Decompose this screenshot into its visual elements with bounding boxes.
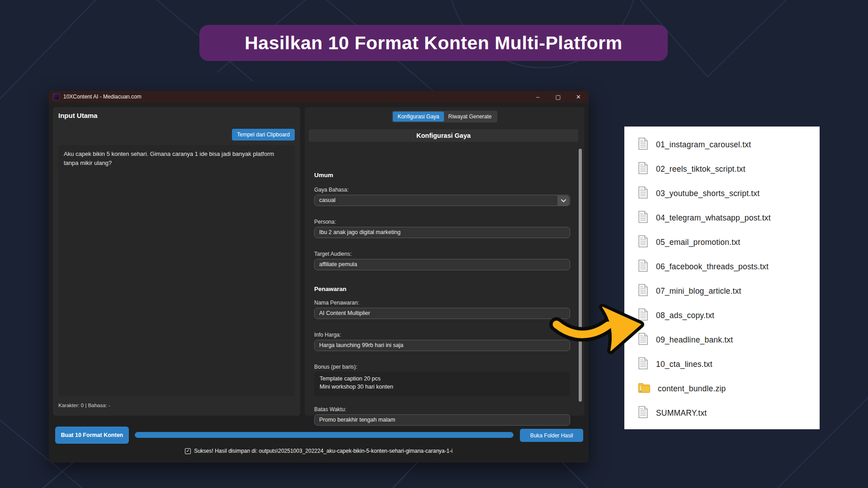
maximize-button[interactable]: ▢: [548, 91, 568, 103]
file-item[interactable]: 03_youtube_shorts_script.txt: [624, 181, 820, 206]
file-name: 08_ads_copy.txt: [656, 311, 714, 320]
file-item[interactable]: 08_ads_copy.txt: [624, 303, 820, 328]
file-item[interactable]: 09_headline_bank.txt: [624, 328, 820, 352]
file-item[interactable]: 07_mini_blog_article.txt: [624, 279, 820, 303]
txt-file-icon: [638, 406, 648, 420]
input-panel: Input Utama Tempel dari Clipboard Aku ca…: [53, 107, 300, 416]
file-name: 06_facebook_threads_posts.txt: [656, 262, 769, 272]
chevron-down-icon[interactable]: [557, 196, 569, 206]
file-item[interactable]: content_bundle.zip: [624, 376, 820, 401]
window-titlebar: 10XContent AI - Mediacuan.com – ▢ ✕: [49, 91, 589, 103]
txt-file-icon: [638, 211, 648, 225]
tab-riwayat-generate[interactable]: Riwayat Generate: [444, 112, 496, 122]
status-row: ✓ Sukses! Hasil disimpan di: outputs\202…: [49, 448, 589, 454]
file-item[interactable]: 06_facebook_threads_posts.txt: [624, 254, 820, 279]
window-controls: – ▢ ✕: [528, 91, 589, 103]
txt-file-icon: [638, 162, 648, 176]
gaya-bahasa-value: casual: [319, 197, 335, 203]
txt-file-icon: [638, 308, 648, 323]
txt-file-icon: [638, 235, 648, 249]
batas-waktu-input[interactable]: Promo berakhir tengah malam: [314, 414, 570, 426]
persona-input[interactable]: Ibu 2 anak jago digital marketing: [314, 227, 570, 238]
file-name: 03_youtube_shorts_script.txt: [656, 189, 760, 198]
window-title: 10XContent AI - Mediacuan.com: [63, 94, 142, 100]
section-penawaran: Penawaran: [314, 286, 346, 292]
headline-banner: Hasilkan 10 Format Konten Multi-Platform: [199, 25, 668, 61]
txt-file-icon: [638, 357, 648, 371]
bonus-label: Bonus (per baris):: [314, 364, 357, 370]
main-idea-textarea[interactable]: Aku capek bikin 5 konten sehari. Gimana …: [58, 145, 295, 396]
batas-waktu-label: Batas Waktu:: [314, 406, 346, 413]
info-harga-label: Info Harga:: [314, 332, 341, 338]
close-button[interactable]: ✕: [568, 91, 589, 103]
file-item[interactable]: 05_email_promotion.txt: [624, 230, 820, 254]
app-icon: [53, 94, 60, 100]
file-item[interactable]: 10_cta_lines.txt: [624, 352, 820, 376]
info-harga-input[interactable]: Harga launching 99rb hari ini saja: [314, 340, 570, 351]
gaya-bahasa-select[interactable]: casual: [314, 195, 570, 206]
txt-file-icon: [638, 186, 648, 201]
generate-button[interactable]: Buat 10 Format Konten: [55, 427, 129, 444]
section-umum: Umum: [314, 172, 333, 178]
txt-file-icon: [638, 333, 648, 347]
app-window: 10XContent AI - Mediacuan.com – ▢ ✕ Inpu…: [49, 91, 589, 463]
config-scrollbar[interactable]: [579, 149, 582, 402]
file-name: 09_headline_bank.txt: [656, 335, 733, 345]
file-name: 01_instagram_carousel.txt: [656, 140, 751, 150]
config-panel-header: Konfigurasi Gaya: [309, 129, 578, 142]
target-audiens-input[interactable]: affiliate pemula: [314, 259, 570, 270]
persona-label: Persona:: [314, 219, 336, 225]
output-files-panel: 01_instagram_carousel.txt02_reels_tiktok…: [624, 127, 820, 429]
file-item[interactable]: 04_telegram_whatsapp_post.txt: [624, 206, 820, 230]
tab-group: Konfigurasi Gaya Riwayat Generate: [392, 111, 497, 122]
headline-title: Hasilkan 10 Format Konten Multi-Platform: [245, 33, 623, 54]
tabs-row: Konfigurasi Gaya Riwayat Generate: [305, 111, 585, 122]
nama-penawaran-label: Nama Penawaran:: [314, 300, 359, 306]
tab-konfigurasi-gaya[interactable]: Konfigurasi Gaya: [393, 112, 443, 122]
file-name: 10_cta_lines.txt: [656, 360, 712, 369]
file-name: SUMMARY.txt: [656, 408, 707, 418]
file-item[interactable]: 02_reels_tiktok_script.txt: [624, 157, 820, 181]
character-language-status: Karakter: 0 | Bahasa: -: [58, 403, 110, 408]
progress-fill: [135, 432, 514, 438]
nama-penawaran-input[interactable]: AI Content Multiplier: [314, 308, 570, 319]
file-name: 02_reels_tiktok_script.txt: [656, 164, 745, 174]
target-audiens-label: Target Audiens:: [314, 251, 352, 257]
progress-bar: [135, 432, 514, 438]
gaya-bahasa-label: Gaya Bahasa:: [314, 187, 349, 193]
paste-from-clipboard-button[interactable]: Tempel dari Clipboard: [232, 129, 295, 141]
file-item[interactable]: 01_instagram_carousel.txt: [624, 132, 820, 157]
file-name: content_bundle.zip: [658, 384, 726, 394]
input-panel-title: Input Utama: [58, 112, 98, 119]
config-panel: Konfigurasi Gaya Riwayat Generate Konfig…: [305, 107, 585, 416]
txt-file-icon: [638, 284, 648, 298]
status-message: Sukses! Hasil disimpan di: outputs\20251…: [194, 448, 453, 454]
bonus-textarea[interactable]: Template caption 20 pcs Mini workshop 30…: [314, 372, 570, 396]
open-folder-button[interactable]: Buka Folder Hasil: [520, 429, 583, 442]
file-name: 05_email_promotion.txt: [656, 238, 740, 247]
file-name: 04_telegram_whatsapp_post.txt: [656, 213, 771, 223]
txt-file-icon: [638, 137, 648, 152]
checkbox-checked-icon: ✓: [185, 448, 191, 454]
zip-file-icon: [638, 382, 650, 395]
file-name: 07_mini_blog_article.txt: [656, 286, 741, 296]
config-form: Umum Gaya Bahasa: casual Persona: Ibu 2 …: [314, 142, 570, 411]
file-item[interactable]: SUMMARY.txt: [624, 401, 820, 425]
minimize-button[interactable]: –: [528, 91, 548, 103]
txt-file-icon: [638, 259, 648, 274]
